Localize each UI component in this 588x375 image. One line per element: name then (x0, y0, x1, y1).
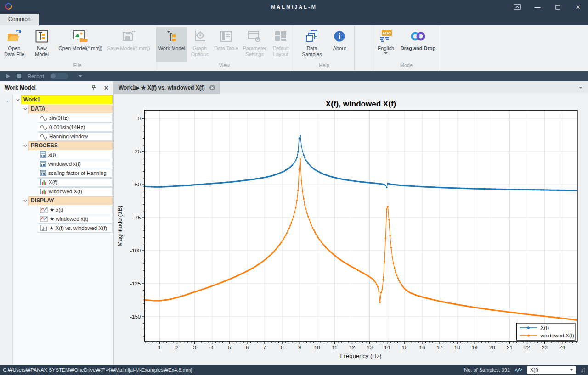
tab-common[interactable]: Common (0, 14, 39, 25)
svg-text:X(f), windowed X(f): X(f), windowed X(f) (326, 100, 396, 108)
app-logo-icon (5, 2, 12, 12)
tree-item-display-xf-vs-windowed[interactable]: ★ X(f) vs. windowed X(f) (0, 224, 113, 233)
tree-item-xt[interactable]: x(t) (0, 150, 113, 159)
ribbon-group-mode: ABC English Drag and Drop M (373, 25, 440, 71)
tree-section-process[interactable]: PROCESS (0, 141, 113, 150)
data-table-button: Data Table (212, 27, 241, 62)
tree-item-display-windowed-xt[interactable]: ★ windowed x(t) (0, 214, 113, 224)
open-data-file-button[interactable]: Open Data File (1, 27, 28, 62)
tree-item-sin14hz[interactable]: 0.001sin(14Hz) (0, 123, 113, 132)
panel-close-icon[interactable]: ✕ (104, 84, 109, 91)
chevron-down-icon[interactable] (22, 145, 28, 147)
svg-text:19: 19 (472, 345, 478, 350)
tree-node-work1[interactable]: Work1 (0, 95, 113, 104)
svg-text:-50: -50 (133, 182, 141, 187)
svg-text:2: 2 (175, 345, 178, 350)
work-model-button[interactable]: Work Model (156, 27, 187, 62)
waveform-icon (514, 367, 523, 373)
svg-text:23: 23 (542, 345, 548, 350)
open-model-button[interactable]: Open Model(*.mmj) (56, 27, 105, 62)
document-tab-strip: Work1▶ ★ X(f) vs. windowed X(f) (114, 81, 588, 94)
tree-item-sin9hz[interactable]: sin(9Hz) (0, 113, 113, 123)
svg-text:windowed X(f): windowed X(f) (540, 333, 574, 338)
svg-text:24: 24 (559, 345, 565, 350)
ribbon-group-spacer (355, 25, 373, 71)
data-samples-icon (305, 28, 318, 44)
tree-item-windowed-xf[interactable]: windowed X(f) (0, 187, 113, 196)
svg-text:-150: -150 (130, 314, 141, 319)
tree-item-display-xt[interactable]: ★ x(t) (0, 205, 113, 214)
svg-text:11: 11 (332, 345, 337, 350)
svg-text:X(f): X(f) (541, 325, 549, 330)
app-window: MALMIJAL-M — ✕ Common (0, 0, 588, 375)
series-selector[interactable]: X(f) (527, 366, 576, 374)
language-dropdown-caret-icon[interactable] (384, 52, 388, 54)
group-label-view: View (155, 62, 294, 71)
ribbon: Open Data File New Model (0, 25, 588, 71)
tree-item-scaling-factor[interactable]: scaling factor of Hanning (0, 168, 113, 178)
open-data-file-icon (7, 28, 22, 44)
language-english-button[interactable]: ABC English (374, 27, 398, 62)
file-path: C:₩Users₩PANAX SYSTEM₩OneDrive₩문서₩Malmij… (3, 367, 464, 374)
default-layout-icon (275, 28, 287, 44)
svg-text:Magnitude (dB): Magnitude (dB) (116, 206, 123, 246)
panel-title: Work Model (5, 84, 36, 91)
svg-text:1: 1 (158, 345, 161, 350)
resize-grip-icon[interactable] (581, 368, 585, 372)
group-label-mode: Mode (373, 62, 440, 71)
svg-text:8: 8 (281, 345, 283, 350)
graph-options-button: Graph Options (187, 27, 212, 62)
svg-text:0: 0 (138, 116, 141, 121)
ribbon-group-file: Open Data File New Model (0, 25, 155, 71)
new-model-button[interactable]: New Model (28, 27, 56, 62)
svg-text:-25: -25 (133, 149, 141, 154)
svg-text:15: 15 (401, 345, 407, 350)
svg-text:17: 17 (437, 345, 443, 350)
tree-section-display[interactable]: DISPLAY (0, 196, 113, 205)
drag-and-drop-button[interactable]: Drag and Drop (398, 27, 438, 62)
chevron-down-icon[interactable] (22, 108, 28, 110)
tree-item-windowed-xt[interactable]: windowed x(t) (0, 159, 113, 168)
default-layout-button: Default Layout (269, 27, 293, 62)
calculator-icon (40, 151, 46, 158)
ribbon-group-view: Work Model Graph Options (155, 25, 294, 71)
chevron-down-icon[interactable] (15, 99, 21, 101)
record-toggle[interactable] (50, 73, 68, 79)
tab-list-caret-icon[interactable] (579, 87, 582, 89)
chart-area: 1234567891011121314151617181920212223240… (114, 94, 588, 365)
ribbon-options-button[interactable] (507, 0, 527, 14)
tree-item-hanning-window[interactable]: Hanning window (0, 132, 113, 141)
model-tree: → Work1 DATA sin(9Hz) 0.001sin(14Hz) Han… (0, 94, 113, 365)
histogram-icon (40, 225, 47, 231)
chevron-down-icon[interactable] (22, 200, 28, 202)
document-tab[interactable]: Work1▶ ★ X(f) vs. windowed X(f) (114, 81, 220, 94)
work-model-icon (166, 28, 178, 44)
about-button[interactable]: About (329, 27, 350, 62)
svg-text:-100: -100 (130, 248, 141, 253)
svg-text:-75: -75 (133, 215, 141, 220)
play-icon[interactable] (6, 73, 10, 79)
svg-text:20: 20 (489, 345, 495, 350)
svg-text:22: 22 (524, 345, 530, 350)
svg-text:Frequency (Hz): Frequency (Hz) (340, 353, 382, 359)
pin-icon[interactable] (91, 85, 96, 91)
xf-windowed-xf-chart: 1234567891011121314151617181920212223240… (114, 94, 588, 366)
tab-close-icon[interactable] (209, 84, 215, 91)
data-samples-button[interactable]: Data Samples (295, 27, 329, 62)
bar-chart-icon (40, 188, 47, 195)
curve-plot-icon (40, 216, 48, 222)
sine-icon (40, 115, 47, 121)
svg-text:10: 10 (314, 345, 320, 350)
title-bar: MALMIJAL-M — ✕ (0, 0, 588, 14)
tree-item-xf[interactable]: X(f) (0, 178, 113, 187)
maximize-button[interactable] (548, 0, 568, 14)
tree-section-data[interactable]: DATA (0, 104, 113, 113)
record-dropdown-caret-icon[interactable] (79, 75, 82, 77)
close-button[interactable]: ✕ (568, 0, 588, 14)
minimize-button[interactable]: — (527, 0, 548, 14)
stop-icon[interactable] (17, 74, 21, 78)
status-bar: C:₩Users₩PANAX SYSTEM₩OneDrive₩문서₩Malmij… (0, 365, 588, 375)
work-model-panel: Work Model ✕ → Work1 DATA (0, 81, 114, 365)
about-info-icon (334, 28, 345, 44)
svg-text:9: 9 (298, 345, 301, 350)
